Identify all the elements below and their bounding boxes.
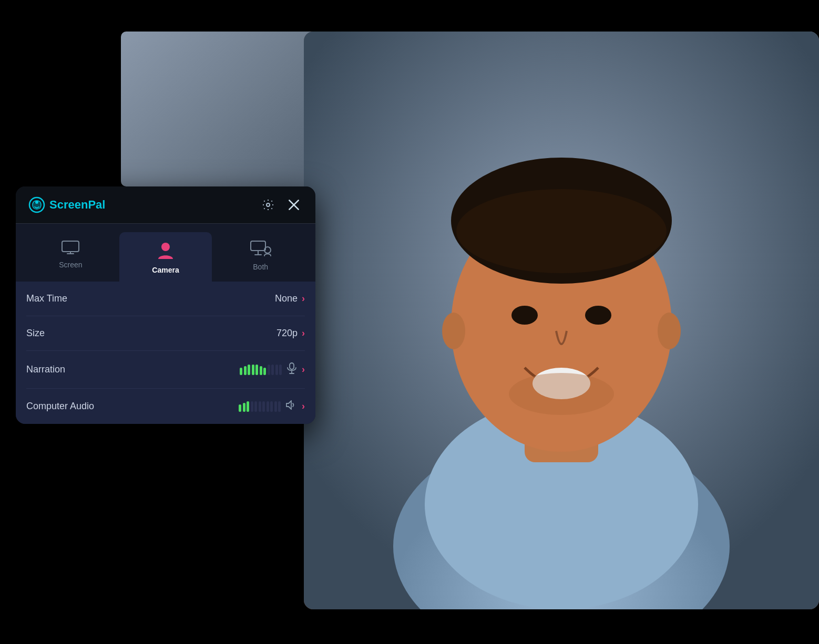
svg-rect-19 xyxy=(62,241,79,252)
bar-7 xyxy=(263,368,266,375)
svg-point-6 xyxy=(456,189,667,273)
size-chevron: › xyxy=(302,328,305,339)
bar-8 xyxy=(268,365,270,375)
computer-audio-row[interactable]: Computer Audio › xyxy=(26,389,305,424)
computer-audio-chevron: › xyxy=(302,401,305,412)
app-panel: ScreenPal xyxy=(16,186,315,424)
tab-screen[interactable]: Screen xyxy=(24,232,117,282)
size-value: 720p xyxy=(277,328,298,339)
svg-point-15 xyxy=(35,201,38,204)
camera-mode-icon xyxy=(158,241,173,262)
both-mode-icon xyxy=(250,241,271,258)
size-row[interactable]: Size 720p › xyxy=(26,316,305,351)
computer-audio-label: Computer Audio xyxy=(26,401,239,412)
tab-camera[interactable]: Camera xyxy=(119,232,212,282)
face-bg xyxy=(304,32,819,609)
computer-audio-volume-bars xyxy=(239,401,281,412)
max-time-row[interactable]: Max Time None › xyxy=(26,282,305,316)
bar-2 xyxy=(244,366,247,375)
ca-bar-9 xyxy=(270,401,273,412)
ca-bar-10 xyxy=(274,401,277,412)
svg-rect-23 xyxy=(251,241,265,251)
tab-both-label: Both xyxy=(253,263,268,271)
bar-9 xyxy=(271,365,274,375)
panel-header: ScreenPal xyxy=(16,186,315,224)
person-illustration xyxy=(304,32,819,609)
mic-icon xyxy=(287,362,296,377)
gear-icon xyxy=(262,199,274,211)
svg-point-8 xyxy=(585,306,611,325)
svg-point-10 xyxy=(509,373,614,415)
max-time-label: Max Time xyxy=(26,293,275,304)
size-label: Size xyxy=(26,328,277,339)
settings-button[interactable] xyxy=(260,196,277,213)
close-button[interactable] xyxy=(285,196,303,214)
svg-rect-27 xyxy=(290,363,294,369)
header-actions xyxy=(260,196,303,214)
svg-point-7 xyxy=(511,306,538,325)
speaker-icon xyxy=(286,400,296,412)
max-time-value: None xyxy=(275,293,298,304)
svg-point-11 xyxy=(442,313,465,349)
tab-screen-label: Screen xyxy=(59,261,82,269)
svg-point-16 xyxy=(267,203,270,206)
svg-point-22 xyxy=(161,243,170,251)
bar-4 xyxy=(252,365,254,375)
mode-tabs: Screen Camera Both xyxy=(16,224,315,282)
ca-bar-8 xyxy=(267,401,269,412)
ca-bar-5 xyxy=(254,401,257,412)
ca-bar-1 xyxy=(239,404,241,412)
bar-11 xyxy=(279,365,282,375)
person-photo xyxy=(304,32,819,609)
bar-1 xyxy=(240,368,242,375)
close-icon xyxy=(287,198,301,212)
narration-chevron: › xyxy=(302,364,305,375)
narration-label: Narration xyxy=(26,364,240,375)
bar-3 xyxy=(248,365,250,375)
screen-mode-icon xyxy=(62,241,79,256)
ca-bar-11 xyxy=(278,401,281,412)
ca-bar-6 xyxy=(259,401,261,412)
svg-point-12 xyxy=(658,313,681,349)
screenpal-logo-icon xyxy=(28,196,45,213)
ca-bar-4 xyxy=(251,401,253,412)
settings-list: Max Time None › Size 720p › Narration xyxy=(16,282,315,424)
ca-bar-3 xyxy=(247,401,249,412)
bar-6 xyxy=(260,366,262,375)
tab-camera-label: Camera xyxy=(152,266,179,274)
tab-both[interactable]: Both xyxy=(214,232,307,282)
ca-bar-7 xyxy=(262,401,265,412)
max-time-chevron: › xyxy=(302,293,305,304)
ca-bar-2 xyxy=(243,403,245,412)
narration-row[interactable]: Narration xyxy=(26,351,305,389)
bar-5 xyxy=(255,365,258,375)
bar-10 xyxy=(275,365,278,375)
narration-volume-bars xyxy=(240,365,282,375)
logo-area: ScreenPal xyxy=(28,196,105,213)
app-name: ScreenPal xyxy=(49,198,105,212)
